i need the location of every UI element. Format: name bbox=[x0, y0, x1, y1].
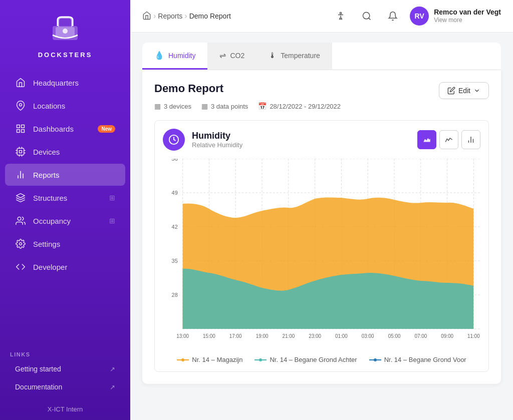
report-meta: ▦ 3 devices ▦ 3 data points 📅 28/12/2022… bbox=[154, 102, 489, 110]
report-title: Demo Report bbox=[154, 82, 439, 95]
svg-line-26 bbox=[369, 18, 371, 20]
legend-line-icon bbox=[177, 357, 189, 363]
sub-badge: ⊞ bbox=[109, 217, 115, 225]
svg-text:23:00: 23:00 bbox=[309, 333, 321, 339]
tab-temperature[interactable]: 🌡 Temperature bbox=[256, 43, 332, 70]
svg-point-23 bbox=[20, 243, 22, 245]
links-label: LINKS bbox=[10, 351, 120, 357]
humidity-chart: 56 49 42 35 28 13:00 15:00 17:00 19:00 2… bbox=[163, 159, 480, 349]
breadcrumb: › Reports › Demo Report bbox=[142, 11, 332, 22]
sidebar-navigation: Headquarters Locations Dashboards New De… bbox=[0, 67, 130, 346]
tab-label: Humidity bbox=[168, 52, 195, 60]
svg-text:13:00: 13:00 bbox=[176, 333, 189, 339]
layers-icon bbox=[15, 192, 26, 203]
user-text: Remco van der Vegt View more bbox=[434, 8, 501, 25]
svg-text:11:00: 11:00 bbox=[467, 333, 480, 339]
breadcrumb-sep: › bbox=[153, 12, 156, 21]
tab-label: CO2 bbox=[230, 52, 244, 60]
bar-chart-button[interactable] bbox=[461, 130, 480, 149]
svg-text:19:00: 19:00 bbox=[256, 333, 269, 339]
app-name: DOCKSTERS bbox=[38, 51, 93, 59]
sub-badge: ⊞ bbox=[109, 194, 115, 202]
tab-label: Temperature bbox=[281, 52, 320, 60]
svg-text:05:00: 05:00 bbox=[388, 333, 401, 339]
sidebar-item-label: Settings bbox=[33, 240, 60, 248]
avatar: RV bbox=[410, 7, 429, 26]
sidebar-item-devices[interactable]: Devices bbox=[5, 141, 125, 163]
svg-point-2 bbox=[63, 29, 68, 34]
user-name: Remco van der Vegt bbox=[434, 8, 501, 17]
link-label: Getting started bbox=[15, 365, 61, 373]
sidebar-item-structures[interactable]: Structures ⊞ bbox=[5, 187, 125, 209]
user-profile[interactable]: RV Remco van der Vegt View more bbox=[410, 7, 501, 26]
accessibility-button[interactable] bbox=[332, 7, 350, 25]
chart-container: 56 49 42 35 28 13:00 15:00 17:00 19:00 2… bbox=[163, 159, 480, 351]
link-documentation[interactable]: Documentation ↗ bbox=[10, 378, 120, 395]
chart-icon-circle bbox=[163, 129, 185, 151]
chart-subtitle: Relative Humidity bbox=[192, 141, 417, 149]
tabs-bar: 💧 Humidity ⇌ CO2 🌡 Temperature bbox=[142, 43, 501, 70]
notifications-button[interactable] bbox=[384, 7, 402, 25]
bar-chart-icon bbox=[15, 169, 26, 180]
sidebar: DOCKSTERS Headquarters Locations Dashboa… bbox=[0, 0, 130, 420]
sidebar-item-label: Structures bbox=[33, 194, 67, 202]
sidebar-footer: X-ICT Intern bbox=[0, 398, 130, 420]
legend-label: Nr. 14 – Magazijn bbox=[192, 356, 242, 363]
edit-label: Edit bbox=[458, 87, 470, 95]
legend-label: Nr. 14 – Begane Grond Voor bbox=[384, 356, 466, 363]
svg-rect-9 bbox=[20, 151, 22, 153]
sidebar-item-dashboards[interactable]: Dashboards New bbox=[5, 118, 125, 140]
home-breadcrumb-icon[interactable] bbox=[142, 11, 151, 22]
svg-text:07:00: 07:00 bbox=[414, 333, 427, 339]
area-chart-button[interactable] bbox=[417, 130, 436, 149]
sidebar-item-label: Occupancy bbox=[33, 217, 71, 225]
daterange-meta: 📅 28/12/2022 - 29/12/2022 bbox=[258, 102, 341, 110]
line-chart-button[interactable] bbox=[439, 130, 458, 149]
svg-marker-21 bbox=[17, 194, 25, 198]
chart-legend: Nr. 14 – Magazijn Nr. 14 – Begane Grond … bbox=[163, 356, 480, 363]
sidebar-item-reports[interactable]: Reports bbox=[5, 164, 125, 186]
svg-text:21:00: 21:00 bbox=[282, 333, 295, 339]
svg-text:42: 42 bbox=[172, 224, 178, 230]
sidebar-item-developer[interactable]: Developer bbox=[5, 256, 125, 278]
devices-count: 3 devices bbox=[164, 103, 191, 110]
legend-label: Nr. 14 – Begane Grond Achter bbox=[270, 356, 357, 363]
sidebar-item-headquarters[interactable]: Headquarters bbox=[5, 72, 125, 94]
chart-view-buttons bbox=[417, 130, 480, 149]
sidebar-item-settings[interactable]: Settings bbox=[5, 233, 125, 255]
new-badge: New bbox=[98, 125, 115, 133]
code-icon bbox=[15, 261, 26, 272]
link-label: Documentation bbox=[15, 383, 62, 391]
sidebar-item-locations[interactable]: Locations bbox=[5, 95, 125, 117]
tab-co2[interactable]: ⇌ CO2 bbox=[207, 43, 256, 70]
legend-line-icon bbox=[254, 357, 267, 363]
header: › Reports › Demo Report RV Remco van der… bbox=[130, 0, 513, 33]
legend-begane-achter: Nr. 14 – Begane Grond Achter bbox=[254, 356, 357, 363]
svg-point-25 bbox=[363, 13, 370, 19]
external-link-icon: ↗ bbox=[110, 383, 115, 391]
svg-point-68 bbox=[181, 358, 184, 361]
date-range: 28/12/2022 - 29/12/2022 bbox=[270, 103, 341, 110]
svg-text:03:00: 03:00 bbox=[362, 333, 374, 339]
sidebar-item-label: Developer bbox=[33, 263, 67, 271]
svg-text:01:00: 01:00 bbox=[335, 333, 348, 339]
sidebar-item-label: Reports bbox=[33, 171, 60, 179]
co2-tab-icon: ⇌ bbox=[219, 51, 226, 60]
edit-button[interactable]: Edit bbox=[439, 82, 489, 99]
chart-title: Humidity bbox=[192, 131, 417, 141]
svg-rect-6 bbox=[17, 130, 20, 133]
svg-point-3 bbox=[20, 104, 22, 106]
link-getting-started[interactable]: Getting started ↗ bbox=[10, 360, 120, 377]
breadcrumb-demo-report: Demo Report bbox=[189, 12, 231, 20]
svg-point-24 bbox=[340, 13, 342, 14]
breadcrumb-reports[interactable]: Reports bbox=[158, 12, 182, 20]
svg-text:35: 35 bbox=[172, 258, 178, 264]
search-button[interactable] bbox=[358, 7, 376, 25]
sidebar-item-label: Dashboards bbox=[33, 125, 74, 133]
svg-text:15:00: 15:00 bbox=[203, 333, 215, 339]
datapoints-meta: ▦ 3 data points bbox=[201, 102, 248, 110]
header-actions: RV Remco van der Vegt View more bbox=[332, 7, 501, 26]
tab-humidity[interactable]: 💧 Humidity bbox=[142, 43, 207, 70]
svg-text:17:00: 17:00 bbox=[229, 333, 242, 339]
sidebar-item-occupancy[interactable]: Occupancy ⊞ bbox=[5, 210, 125, 232]
